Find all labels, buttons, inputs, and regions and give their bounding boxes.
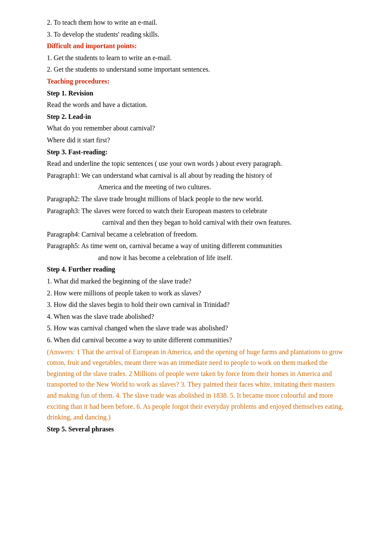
- item2: 2. To teach them how to write an e-mail.: [47, 17, 345, 28]
- para3-cont: carnival and then they began to hold car…: [47, 217, 345, 228]
- fr6: 6. When did carnival become a way to uni…: [47, 335, 345, 346]
- step5-heading: Step 5. Several phrases: [47, 424, 345, 435]
- step3-body: Read and underline the topic sentences (…: [47, 158, 345, 169]
- difficult-heading: Difficult and important points:: [47, 40, 345, 52]
- item3: 3. To develop the students' reading skil…: [47, 29, 345, 40]
- step1-body: Read the words and have a dictation.: [47, 99, 345, 110]
- para3-start: Paragraph3: The slaves were forced to wa…: [47, 205, 345, 217]
- step1-heading: Step 1. Revision: [47, 88, 345, 99]
- fr1: 1. What did marked the beginning of the …: [47, 276, 345, 287]
- para1-cont: America and the meeting of two cultures.: [47, 182, 345, 193]
- para2: Paragraph2: The slave trade brought mill…: [47, 194, 345, 205]
- teaching-heading: Teaching procedures:: [47, 76, 345, 87]
- step2-body2: Where did it start first?: [47, 135, 345, 146]
- answers: (Answers: 1 That the arrival of European…: [47, 347, 345, 423]
- step2-heading: Step 2. Lead-in: [47, 111, 345, 122]
- fr5: 5. How was carnival changed when the sla…: [47, 323, 345, 334]
- step4-heading: Step 4. Further reading: [47, 264, 345, 275]
- fr3: 3. How did the slaves begin to hold thei…: [47, 299, 345, 310]
- diff1: 1. Get the students to learn to write an…: [47, 52, 345, 64]
- step3-heading: Step 3. Fast-reading:: [47, 147, 345, 158]
- para5-start: Paragraph5: As time went on, carnival be…: [47, 240, 345, 251]
- para1-start: Paragraph1: We can understand what carni…: [47, 170, 345, 181]
- step2-body1: What do you remember about carnival?: [47, 123, 345, 134]
- para4: Paragraph4: Carnival became a celebratio…: [47, 229, 345, 240]
- fr4: 4. When was the slave trade abolished?: [47, 311, 345, 322]
- para5-cont: and now it has become a celebration of l…: [47, 252, 345, 263]
- fr2: 2. How were millions of people taken to …: [47, 288, 345, 299]
- diff2: 2. Get the students to understand some i…: [47, 64, 345, 75]
